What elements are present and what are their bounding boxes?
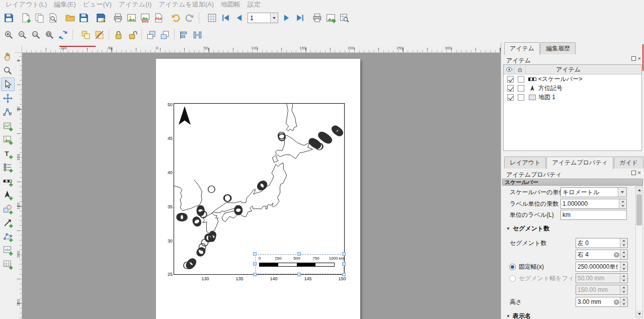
unit-label-value[interactable] [561, 211, 626, 218]
print-button[interactable] [111, 11, 125, 25]
display-name-section-header[interactable]: ▼ 表示名 [506, 312, 531, 319]
visibility-checkbox[interactable] [507, 76, 514, 83]
spinner-arrows[interactable] [620, 262, 627, 271]
height-value[interactable] [576, 298, 614, 305]
spinner-arrows[interactable] [619, 199, 626, 208]
tab-guides[interactable]: ガイド [614, 156, 643, 169]
menu-layout[interactable]: レイアウト(L) [2, 0, 50, 9]
segments-left-value[interactable] [576, 240, 620, 247]
resize-handle[interactable] [342, 252, 346, 256]
raise-items-button[interactable] [144, 28, 158, 42]
edit-nodes-tool-button[interactable] [1, 105, 15, 119]
map-item[interactable]: 50 45 40 35 30 25 130 135 140 145 150 0 … [174, 103, 345, 275]
fixed-width-radio[interactable] [509, 264, 516, 270]
new-layout-button[interactable] [19, 11, 33, 25]
align-items-button[interactable] [177, 28, 191, 42]
menu-settings[interactable]: 設定 [244, 0, 264, 9]
select-move-item-button[interactable] [1, 77, 15, 91]
add-scalebar-button[interactable] [1, 175, 15, 188]
refresh-view-button[interactable] [56, 28, 70, 42]
resize-handle[interactable] [253, 252, 257, 256]
lower-items-button[interactable] [158, 28, 172, 42]
vertical-ruler[interactable]: 0 50 100 150 200 250 [15, 53, 22, 319]
horizontal-ruler[interactable]: -100 -50 0 50 100 150 200 250 300 [22, 46, 501, 53]
height-spinbox[interactable]: × [576, 297, 628, 307]
preview-atlas-button[interactable] [205, 11, 219, 25]
visibility-checkbox[interactable] [507, 94, 514, 101]
export-atlas-button[interactable] [324, 11, 338, 25]
move-item-content-button[interactable] [1, 92, 15, 105]
fixed-width-spinbox[interactable] [576, 262, 628, 272]
resize-handle[interactable] [253, 262, 257, 266]
tree-row-scalebar[interactable]: <スケールバー> [504, 74, 641, 84]
add-attribute-table-button[interactable] [1, 258, 15, 271]
clear-value-icon[interactable]: × [614, 299, 619, 305]
export-svg-button[interactable]: SVG [138, 11, 152, 25]
fit-width-radio[interactable] [509, 275, 516, 282]
resize-handle[interactable] [253, 273, 257, 276]
atlas-next-button[interactable] [280, 11, 293, 25]
unit-label-input[interactable] [560, 210, 627, 220]
menu-add-item[interactable]: アイテムを追加(A) [155, 0, 217, 9]
visibility-checkbox[interactable] [507, 85, 514, 92]
export-pdf-button[interactable]: PDF [152, 11, 166, 25]
add-arrow-button[interactable] [1, 216, 15, 229]
zoom-in-button[interactable] [2, 28, 16, 42]
zoom-actual-button[interactable]: 1:1 [29, 28, 43, 42]
menu-view[interactable]: ビュー(V) [79, 0, 115, 9]
zoom-tool-button[interactable] [1, 64, 15, 77]
layout-canvas[interactable]: 50 45 40 35 30 25 130 135 140 145 150 0 … [22, 53, 501, 319]
zoom-out-button[interactable] [16, 28, 29, 42]
visibility-column-header[interactable] [504, 65, 515, 74]
scrollbar-thumb[interactable] [636, 194, 642, 225]
menu-edit[interactable]: 編集(E) [50, 0, 79, 9]
save-project-button[interactable] [2, 11, 16, 25]
menu-atlas[interactable]: 地図帳 [217, 0, 244, 9]
save-as-template-button[interactable] [77, 11, 91, 25]
distribute-items-button[interactable] [191, 28, 204, 42]
segments-right-spinbox[interactable]: × [576, 250, 628, 260]
add-html-button[interactable]: </> [1, 244, 15, 257]
close-icon[interactable]: × [638, 171, 641, 175]
undo-button[interactable] [169, 11, 183, 25]
add-map-button[interactable] [1, 119, 15, 133]
tree-row-north-arrow[interactable]: 方位記号 [504, 84, 641, 93]
segments-left-spinbox[interactable] [576, 238, 628, 248]
pan-tool-button[interactable] [1, 50, 15, 63]
properties-scrollbar[interactable] [635, 186, 643, 318]
page-dropdown-button[interactable] [270, 13, 278, 23]
scroll-down-button[interactable] [636, 310, 642, 317]
layout-page[interactable]: 50 45 40 35 30 25 130 135 140 145 150 0 … [156, 59, 360, 319]
resize-handle[interactable] [297, 273, 301, 276]
lock-column-header[interactable] [515, 65, 526, 74]
tab-items[interactable]: アイテム [504, 42, 540, 55]
undock-icon[interactable] [631, 56, 636, 61]
export-image-button[interactable] [125, 11, 138, 25]
resize-handle[interactable] [342, 273, 346, 276]
group-items-button[interactable] [79, 28, 93, 42]
atlas-last-button[interactable] [293, 11, 307, 25]
tab-layout[interactable]: レイアウト [504, 156, 546, 169]
atlas-page-input[interactable] [248, 13, 270, 23]
lock-items-button[interactable] [112, 28, 125, 42]
chevron-down-icon[interactable] [618, 188, 626, 197]
lock-checkbox[interactable] [518, 85, 524, 92]
segments-right-value[interactable] [576, 251, 614, 258]
clear-value-icon[interactable]: × [614, 252, 619, 258]
scalebar-item-selected[interactable]: 0 250 500 750 1000 km [257, 256, 342, 272]
scalebar-units-combo[interactable] [560, 187, 627, 197]
atlas-prev-button[interactable] [232, 11, 246, 25]
segments-section-header[interactable]: ▼ セグメント数 [506, 224, 549, 233]
add-north-arrow-button[interactable] [1, 188, 15, 202]
tab-edit-history[interactable]: 編集履歴 [540, 42, 576, 54]
add-shape-button[interactable] [1, 202, 15, 216]
unlock-items-button[interactable] [125, 28, 139, 42]
tab-item-properties[interactable]: アイテムプロパティ [546, 156, 613, 169]
undock-icon[interactable] [631, 171, 636, 175]
resize-handle[interactable] [342, 262, 346, 266]
add-node-item-button[interactable] [1, 230, 15, 244]
save-template-edit-button[interactable] [94, 11, 108, 25]
lock-checkbox[interactable] [518, 94, 524, 101]
tree-row-map[interactable]: 地図 1 [504, 93, 641, 102]
spinner-arrows[interactable] [620, 238, 627, 248]
